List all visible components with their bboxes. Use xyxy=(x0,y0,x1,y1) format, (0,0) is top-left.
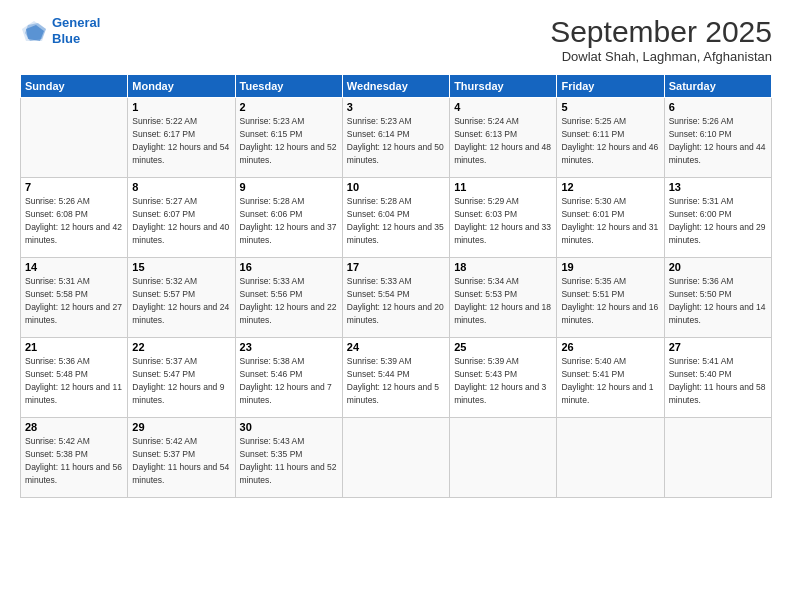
table-row: 26 Sunrise: 5:40 AMSunset: 5:41 PMDaylig… xyxy=(557,338,664,418)
day-info: Sunrise: 5:40 AMSunset: 5:41 PMDaylight:… xyxy=(561,356,653,405)
day-number: 28 xyxy=(25,421,123,433)
day-number: 17 xyxy=(347,261,445,273)
col-saturday: Saturday xyxy=(664,75,771,98)
table-row: 24 Sunrise: 5:39 AMSunset: 5:44 PMDaylig… xyxy=(342,338,449,418)
day-number: 16 xyxy=(240,261,338,273)
day-info: Sunrise: 5:23 AMSunset: 6:15 PMDaylight:… xyxy=(240,116,337,165)
day-number: 21 xyxy=(25,341,123,353)
col-wednesday: Wednesday xyxy=(342,75,449,98)
day-info: Sunrise: 5:28 AMSunset: 6:04 PMDaylight:… xyxy=(347,196,444,245)
table-row: 21 Sunrise: 5:36 AMSunset: 5:48 PMDaylig… xyxy=(21,338,128,418)
calendar-table: Sunday Monday Tuesday Wednesday Thursday… xyxy=(20,74,772,498)
day-info: Sunrise: 5:42 AMSunset: 5:37 PMDaylight:… xyxy=(132,436,229,485)
day-info: Sunrise: 5:36 AMSunset: 5:50 PMDaylight:… xyxy=(669,276,766,325)
table-row: 1 Sunrise: 5:22 AMSunset: 6:17 PMDayligh… xyxy=(128,98,235,178)
col-friday: Friday xyxy=(557,75,664,98)
day-info: Sunrise: 5:28 AMSunset: 6:06 PMDaylight:… xyxy=(240,196,337,245)
table-row: 2 Sunrise: 5:23 AMSunset: 6:15 PMDayligh… xyxy=(235,98,342,178)
header-row: Sunday Monday Tuesday Wednesday Thursday… xyxy=(21,75,772,98)
day-number: 2 xyxy=(240,101,338,113)
table-row: 5 Sunrise: 5:25 AMSunset: 6:11 PMDayligh… xyxy=(557,98,664,178)
week-row-2: 14 Sunrise: 5:31 AMSunset: 5:58 PMDaylig… xyxy=(21,258,772,338)
day-info: Sunrise: 5:25 AMSunset: 6:11 PMDaylight:… xyxy=(561,116,658,165)
day-number: 26 xyxy=(561,341,659,353)
table-row xyxy=(664,418,771,498)
week-row-4: 28 Sunrise: 5:42 AMSunset: 5:38 PMDaylig… xyxy=(21,418,772,498)
day-number: 14 xyxy=(25,261,123,273)
day-number: 3 xyxy=(347,101,445,113)
logo: General Blue xyxy=(20,15,100,46)
week-row-1: 7 Sunrise: 5:26 AMSunset: 6:08 PMDayligh… xyxy=(21,178,772,258)
table-row: 6 Sunrise: 5:26 AMSunset: 6:10 PMDayligh… xyxy=(664,98,771,178)
table-row: 16 Sunrise: 5:33 AMSunset: 5:56 PMDaylig… xyxy=(235,258,342,338)
col-tuesday: Tuesday xyxy=(235,75,342,98)
day-info: Sunrise: 5:39 AMSunset: 5:43 PMDaylight:… xyxy=(454,356,546,405)
table-row: 9 Sunrise: 5:28 AMSunset: 6:06 PMDayligh… xyxy=(235,178,342,258)
day-number: 15 xyxy=(132,261,230,273)
day-number: 20 xyxy=(669,261,767,273)
logo-general: General xyxy=(52,15,100,30)
page: General Blue September 2025 Dowlat Shah,… xyxy=(0,0,792,612)
day-number: 19 xyxy=(561,261,659,273)
table-row: 12 Sunrise: 5:30 AMSunset: 6:01 PMDaylig… xyxy=(557,178,664,258)
logo-text: General Blue xyxy=(52,15,100,46)
day-number: 8 xyxy=(132,181,230,193)
table-row: 29 Sunrise: 5:42 AMSunset: 5:37 PMDaylig… xyxy=(128,418,235,498)
logo-icon xyxy=(20,19,48,43)
day-info: Sunrise: 5:41 AMSunset: 5:40 PMDaylight:… xyxy=(669,356,766,405)
day-number: 11 xyxy=(454,181,552,193)
table-row: 8 Sunrise: 5:27 AMSunset: 6:07 PMDayligh… xyxy=(128,178,235,258)
day-info: Sunrise: 5:34 AMSunset: 5:53 PMDaylight:… xyxy=(454,276,551,325)
table-row: 10 Sunrise: 5:28 AMSunset: 6:04 PMDaylig… xyxy=(342,178,449,258)
day-info: Sunrise: 5:43 AMSunset: 5:35 PMDaylight:… xyxy=(240,436,337,485)
table-row: 7 Sunrise: 5:26 AMSunset: 6:08 PMDayligh… xyxy=(21,178,128,258)
table-row: 30 Sunrise: 5:43 AMSunset: 5:35 PMDaylig… xyxy=(235,418,342,498)
table-row: 3 Sunrise: 5:23 AMSunset: 6:14 PMDayligh… xyxy=(342,98,449,178)
table-row: 20 Sunrise: 5:36 AMSunset: 5:50 PMDaylig… xyxy=(664,258,771,338)
day-number: 23 xyxy=(240,341,338,353)
day-number: 29 xyxy=(132,421,230,433)
day-info: Sunrise: 5:23 AMSunset: 6:14 PMDaylight:… xyxy=(347,116,444,165)
location: Dowlat Shah, Laghman, Afghanistan xyxy=(550,49,772,64)
day-number: 25 xyxy=(454,341,552,353)
col-sunday: Sunday xyxy=(21,75,128,98)
header: General Blue September 2025 Dowlat Shah,… xyxy=(20,15,772,64)
day-info: Sunrise: 5:30 AMSunset: 6:01 PMDaylight:… xyxy=(561,196,658,245)
table-row: 27 Sunrise: 5:41 AMSunset: 5:40 PMDaylig… xyxy=(664,338,771,418)
table-row xyxy=(21,98,128,178)
day-number: 22 xyxy=(132,341,230,353)
day-info: Sunrise: 5:33 AMSunset: 5:56 PMDaylight:… xyxy=(240,276,337,325)
logo-blue: Blue xyxy=(52,31,100,47)
day-info: Sunrise: 5:35 AMSunset: 5:51 PMDaylight:… xyxy=(561,276,658,325)
day-info: Sunrise: 5:33 AMSunset: 5:54 PMDaylight:… xyxy=(347,276,444,325)
table-row: 14 Sunrise: 5:31 AMSunset: 5:58 PMDaylig… xyxy=(21,258,128,338)
day-number: 18 xyxy=(454,261,552,273)
day-number: 7 xyxy=(25,181,123,193)
day-number: 12 xyxy=(561,181,659,193)
week-row-0: 1 Sunrise: 5:22 AMSunset: 6:17 PMDayligh… xyxy=(21,98,772,178)
table-row xyxy=(557,418,664,498)
table-row: 22 Sunrise: 5:37 AMSunset: 5:47 PMDaylig… xyxy=(128,338,235,418)
title-block: September 2025 Dowlat Shah, Laghman, Afg… xyxy=(550,15,772,64)
table-row: 25 Sunrise: 5:39 AMSunset: 5:43 PMDaylig… xyxy=(450,338,557,418)
day-info: Sunrise: 5:39 AMSunset: 5:44 PMDaylight:… xyxy=(347,356,439,405)
table-row: 23 Sunrise: 5:38 AMSunset: 5:46 PMDaylig… xyxy=(235,338,342,418)
day-info: Sunrise: 5:31 AMSunset: 5:58 PMDaylight:… xyxy=(25,276,122,325)
day-number: 13 xyxy=(669,181,767,193)
day-number: 24 xyxy=(347,341,445,353)
day-info: Sunrise: 5:32 AMSunset: 5:57 PMDaylight:… xyxy=(132,276,229,325)
table-row xyxy=(450,418,557,498)
table-row: 4 Sunrise: 5:24 AMSunset: 6:13 PMDayligh… xyxy=(450,98,557,178)
day-number: 27 xyxy=(669,341,767,353)
table-row: 11 Sunrise: 5:29 AMSunset: 6:03 PMDaylig… xyxy=(450,178,557,258)
table-row: 28 Sunrise: 5:42 AMSunset: 5:38 PMDaylig… xyxy=(21,418,128,498)
table-row: 19 Sunrise: 5:35 AMSunset: 5:51 PMDaylig… xyxy=(557,258,664,338)
day-info: Sunrise: 5:42 AMSunset: 5:38 PMDaylight:… xyxy=(25,436,122,485)
table-row: 15 Sunrise: 5:32 AMSunset: 5:57 PMDaylig… xyxy=(128,258,235,338)
day-number: 4 xyxy=(454,101,552,113)
week-row-3: 21 Sunrise: 5:36 AMSunset: 5:48 PMDaylig… xyxy=(21,338,772,418)
day-info: Sunrise: 5:22 AMSunset: 6:17 PMDaylight:… xyxy=(132,116,229,165)
col-thursday: Thursday xyxy=(450,75,557,98)
day-number: 9 xyxy=(240,181,338,193)
day-info: Sunrise: 5:29 AMSunset: 6:03 PMDaylight:… xyxy=(454,196,551,245)
